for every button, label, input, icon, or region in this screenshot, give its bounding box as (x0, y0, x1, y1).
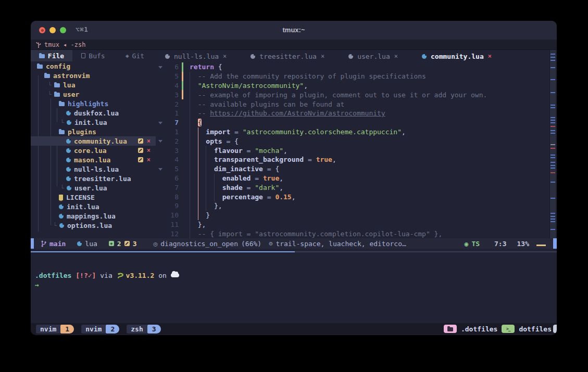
tree-item-config[interactable]: config (31, 61, 156, 71)
tree-item-mappings.lua[interactable]: mappings.lua (31, 211, 156, 221)
tree-item-label: highlights (68, 100, 108, 108)
git-diff-segment[interactable]: + 2 3 (109, 240, 137, 248)
indent-guide (190, 164, 190, 174)
code-line[interactable]: 1 -- https://github.com/AstroNvim/astroc… (156, 109, 548, 118)
code-line[interactable]: 3 flavour = "mocha", (156, 146, 548, 155)
line-number: 5 (164, 165, 179, 173)
tree-item-lua[interactable]: └lua (31, 80, 156, 89)
scrollbar-mark (551, 148, 555, 149)
buffer-tab-treesitter.lua[interactable]: treesitter.lua× (251, 53, 324, 60)
close-icon[interactable]: × (488, 53, 492, 60)
treesitter-segment[interactable]: ◉ TS (465, 240, 480, 248)
tree-item-user.lua[interactable]: └user.lua (31, 183, 156, 193)
code-area[interactable]: 6return {5 -- Add the community reposito… (156, 62, 548, 238)
code-line[interactable]: 7 shade = "dark", (156, 183, 548, 192)
indent-guide (190, 118, 190, 127)
line-number: 2 (164, 100, 179, 108)
code-line[interactable]: 9 }, (156, 201, 548, 211)
code-line[interactable]: 12 -- { import = "astrocommunity.complet… (156, 229, 548, 238)
line-number: 1 (164, 128, 179, 136)
tree-item-mason.lua[interactable]: mason.lua× (31, 155, 156, 164)
indent-guide (214, 174, 215, 183)
indent-guide (190, 72, 190, 81)
lua-file-icon (251, 54, 255, 59)
tree-item-label: lua (63, 81, 75, 89)
scrollbar[interactable] (549, 50, 556, 238)
tree-item-init.lua[interactable]: init.lua (31, 202, 156, 211)
close-icon[interactable]: × (147, 138, 151, 144)
indent-guide (206, 201, 206, 211)
code-line[interactable]: 2 -- available plugins can be found at (156, 99, 548, 109)
code-line[interactable]: 2 opts = { (156, 136, 548, 146)
close-icon[interactable]: × (147, 147, 151, 153)
tree-item-LICENSE[interactable]: LICENSE (31, 193, 156, 202)
tree-item-plugins[interactable]: plugins (31, 127, 156, 136)
tmux-window-2[interactable]: nvim2 (81, 325, 119, 333)
code-line[interactable]: 6 enabled = true, (156, 174, 548, 183)
tree-item-options.lua[interactable]: └options.lua (31, 221, 156, 230)
modified-icon (138, 148, 143, 153)
close-icon[interactable]: × (321, 53, 324, 60)
code-line[interactable]: 1 import = "astrocommunity.colorscheme.c… (156, 127, 548, 137)
close-icon[interactable]: × (147, 157, 151, 163)
pink-pill (444, 325, 457, 333)
terminal-icon: >_ (506, 327, 510, 331)
scrollbar-mark (551, 79, 555, 80)
session-tree-icon (36, 42, 41, 48)
tree-item-highlights[interactable]: highlights (31, 99, 156, 108)
indent-guide (190, 192, 190, 201)
filetype-segment: lua (77, 240, 97, 248)
tree-item-community.lua[interactable]: community.lua× (31, 136, 156, 146)
lua-file-icon (59, 204, 64, 209)
tree-item-init.lua[interactable]: └init.lua (31, 118, 156, 127)
scrollbar-mark (551, 105, 555, 106)
buffer-tab-community.lua[interactable]: community.lua× (422, 53, 492, 60)
code-line[interactable]: 3 -- example of imporing a plugin, comme… (156, 90, 548, 99)
tree-item-duskfox.lua[interactable]: duskfox.lua (31, 108, 156, 118)
folder-icon (59, 130, 65, 134)
lua-file-icon (59, 223, 64, 228)
git-branch-icon (41, 240, 46, 247)
code-line[interactable]: 5 dim_inactive = { (156, 164, 548, 174)
editor-main: FileBufs◈Git configastronvim└lua└userhig… (31, 50, 557, 238)
code-line[interactable]: 6return { (156, 62, 548, 72)
code-text: -- Add the community repository of plugi… (183, 72, 548, 81)
explorer-tab-label: File (48, 52, 64, 60)
shell-pane[interactable]: .dotfiles [!?✓] via v3.11.2 on → (31, 259, 557, 323)
buffer-tab-user.lua[interactable]: user.lua× (348, 53, 398, 60)
terminal-tab-label[interactable]: tmux ◂ -zsh (44, 41, 85, 48)
code-line[interactable]: 4 transparent_background = true, (156, 155, 548, 164)
scroll-percentage: 13% (517, 240, 529, 248)
tree-item-astronvim[interactable]: astronvim (31, 71, 156, 80)
close-icon[interactable]: × (223, 53, 227, 60)
tree-item-treesitter.lua[interactable]: treesitter.lua (31, 174, 156, 183)
git-branch-segment[interactable]: main (41, 240, 66, 248)
indent-guide (190, 136, 190, 146)
close-icon[interactable]: × (394, 53, 398, 60)
tree-item-core.lua[interactable]: core.lua× (31, 146, 156, 155)
statusbar-right-sliver (553, 325, 557, 333)
lsp-progress-segment[interactable]: ◎ diagnostics_on_open (66%) (153, 240, 261, 248)
explorer-tab-git[interactable]: ◈Git (114, 50, 156, 61)
tmux-window-3[interactable]: zsh3 (127, 325, 160, 333)
code-line[interactable]: 4 "AstroNvim/astrocommunity", (156, 81, 548, 91)
tree-item-label: init.lua (74, 119, 107, 126)
explorer-tab-bufs[interactable]: Bufs (72, 50, 114, 61)
code-line[interactable]: 8 percentage = 0.15, (156, 192, 548, 201)
code-line[interactable]: 11 }, (156, 220, 548, 229)
explorer-tab-file[interactable]: File (31, 50, 72, 61)
folder-icon (59, 102, 65, 106)
line-number: 6 (164, 174, 179, 182)
lsp-clients-segment[interactable]: ⚙ trail-space, luacheck, editorco… (269, 240, 406, 248)
tree-item-user[interactable]: └user (31, 89, 156, 99)
buffer-tab-null-ls.lua[interactable]: null-ls.lua× (165, 53, 227, 60)
tmux-status-right: .dotfiles>_dotfiles (444, 325, 552, 333)
code-line[interactable]: 10 } (156, 211, 548, 220)
code-line[interactable]: 7 { (156, 118, 548, 127)
code-text: }, (183, 220, 548, 229)
tree-item-label: treesitter.lua (74, 175, 131, 183)
code-line[interactable]: 5 -- Add the community repository of plu… (156, 72, 548, 81)
tmux-window-1[interactable]: nvim1 (36, 325, 74, 333)
tree-item-null-ls.lua[interactable]: null-ls.lua (31, 164, 156, 174)
terminal-tab-bar: tmux ◂ -zsh (31, 40, 557, 50)
